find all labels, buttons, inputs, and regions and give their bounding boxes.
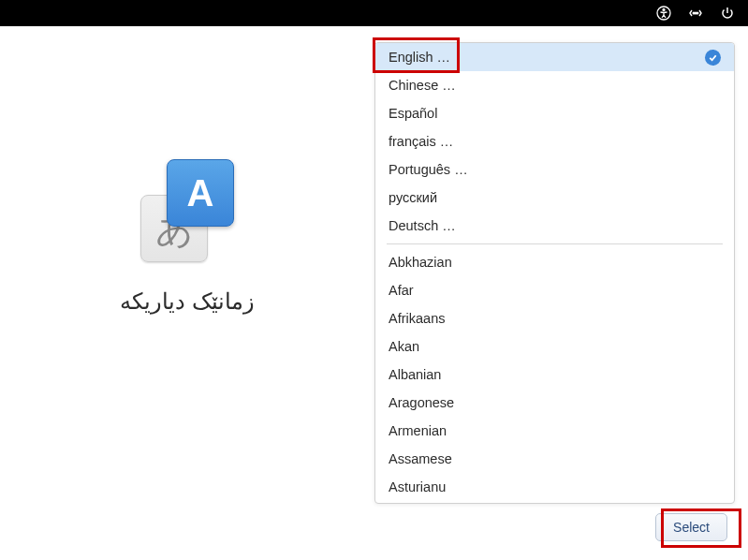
language-item[interactable]: Albanian <box>375 361 734 389</box>
left-panel: あ A زمانێک دیاریکە <box>0 26 374 560</box>
power-icon[interactable] <box>720 6 735 21</box>
language-label: Español <box>389 106 437 121</box>
top-bar <box>0 0 748 26</box>
language-label: Chinese … <box>389 78 456 93</box>
language-label: Armenian <box>389 423 447 438</box>
language-item[interactable]: Assamese <box>375 445 734 473</box>
language-label: Akan <box>389 339 419 354</box>
check-icon <box>705 50 721 66</box>
network-icon[interactable] <box>688 6 703 21</box>
language-item[interactable]: Afar <box>375 276 734 304</box>
language-item[interactable]: Chinese … <box>375 71 734 99</box>
svg-point-1 <box>663 9 665 11</box>
language-label: français … <box>389 134 453 149</box>
language-item[interactable]: Abkhazian <box>375 248 734 276</box>
language-label: Assamese <box>389 451 452 466</box>
language-icon: あ A <box>131 159 243 262</box>
language-label: русский <box>389 190 437 205</box>
language-item[interactable]: Armenian <box>375 417 734 445</box>
language-label: Albanian <box>389 367 441 382</box>
select-button[interactable]: Select <box>655 513 727 541</box>
language-item[interactable]: Deutsch … <box>375 212 734 240</box>
svg-point-4 <box>697 12 698 14</box>
language-label: Aragonese <box>389 395 454 410</box>
language-label: Deutsch … <box>389 218 456 233</box>
language-item[interactable]: Español <box>375 99 734 127</box>
language-item[interactable]: Português … <box>375 155 734 184</box>
language-label: Abkhazian <box>389 255 452 270</box>
icon-glyph-front: A <box>167 159 234 227</box>
language-label: Português … <box>389 162 468 177</box>
accessibility-icon[interactable] <box>656 6 671 21</box>
language-item[interactable]: Aragonese <box>375 389 734 417</box>
language-label: Asturianu <box>389 479 446 494</box>
language-label: English … <box>389 50 450 65</box>
list-separator <box>387 243 723 244</box>
language-item[interactable]: français … <box>375 127 734 155</box>
page-title: زمانێک دیاریکە <box>120 288 255 315</box>
language-list[interactable]: English …Chinese …Españolfrançais …Portu… <box>374 42 735 504</box>
language-item[interactable]: русский <box>375 184 734 212</box>
content-area: あ A زمانێک دیاریکە English …Chinese …Esp… <box>0 26 748 560</box>
language-item[interactable]: Afrikaans <box>375 304 734 332</box>
language-label: Afrikaans <box>389 311 445 326</box>
language-item[interactable]: Asturianu <box>375 473 734 501</box>
right-panel: English …Chinese …Españolfrançais …Portu… <box>374 26 748 560</box>
language-item[interactable]: English … <box>375 43 734 71</box>
language-item[interactable]: Akan <box>375 332 734 361</box>
language-label: Afar <box>389 283 414 298</box>
